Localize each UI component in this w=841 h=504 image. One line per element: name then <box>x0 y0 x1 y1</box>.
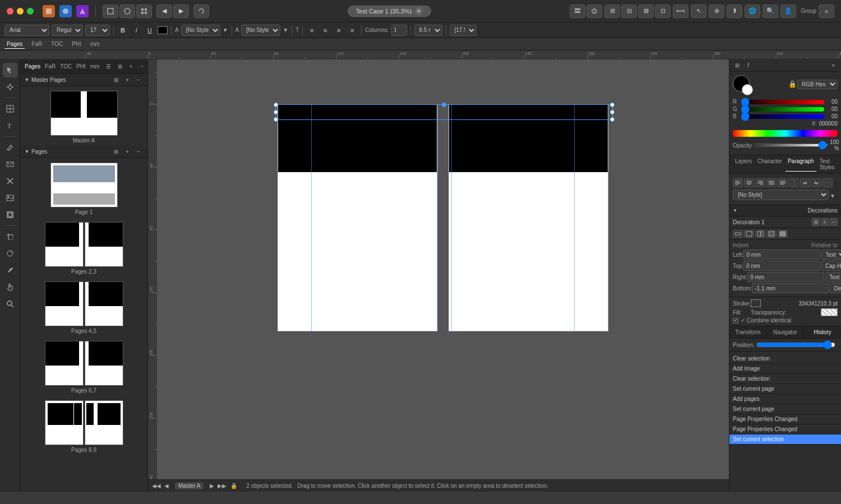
tab-pages[interactable]: Pages <box>4 40 25 49</box>
select-tool[interactable] <box>3 63 17 77</box>
image-tool[interactable] <box>3 191 17 205</box>
bottom-indent-input[interactable] <box>752 283 829 293</box>
align-center-para-btn[interactable] <box>744 178 754 187</box>
align-end-btn[interactable]: ⋯ <box>822 178 833 187</box>
deco-add-btn[interactable]: + <box>821 218 829 226</box>
edit-btn-3[interactable]: ⊠ <box>638 4 654 18</box>
underline-btn[interactable]: U <box>144 25 155 36</box>
align-justify3-para-btn[interactable]: ⋮ <box>789 178 799 187</box>
edit-btn-4[interactable]: ⊡ <box>655 4 671 18</box>
combine-check[interactable]: ✓ <box>733 318 738 323</box>
tab-pages-active[interactable]: Pages <box>25 63 40 70</box>
more-btn[interactable]: » <box>819 4 834 18</box>
pages23-thumbnail[interactable] <box>45 222 123 267</box>
align-justify2-para-btn[interactable] <box>778 178 788 187</box>
pages45-thumbnail[interactable] <box>45 281 123 326</box>
tab-toc[interactable]: TOC <box>49 40 65 48</box>
panel-icon-grid[interactable]: ⊞ <box>115 62 124 71</box>
history-item-6[interactable]: Page Properties Changed <box>729 414 841 424</box>
columns-input[interactable] <box>391 25 407 36</box>
deco-style-4[interactable] <box>766 230 777 238</box>
master-add-icon[interactable]: + <box>123 76 132 85</box>
tab-mm[interactable]: mm <box>88 40 102 48</box>
deco-style-1[interactable] <box>733 230 743 238</box>
deco-style-2[interactable] <box>744 230 754 238</box>
cross-tool[interactable] <box>3 174 17 188</box>
arrow-btn[interactable]: ↖ <box>691 4 706 18</box>
color-tool[interactable] <box>3 246 17 261</box>
nav-back-btn[interactable]: ◀ <box>156 4 172 18</box>
align-btn[interactable]: ⟺ <box>673 4 688 18</box>
crop-tool[interactable] <box>3 229 17 244</box>
align-left-para-btn[interactable] <box>733 178 743 187</box>
frame-tool[interactable] <box>3 207 17 222</box>
align-justify-para-btn[interactable] <box>766 178 777 187</box>
tab-phi[interactable]: PHI <box>70 40 84 48</box>
deco-settings-btn[interactable]: ⚙ <box>812 218 820 226</box>
text-tool[interactable]: T <box>3 118 17 133</box>
para-style-select[interactable]: [No Style] <box>181 25 220 36</box>
navigator-tab[interactable]: Navigator <box>767 326 805 338</box>
para-style-arrow[interactable]: ▼ <box>223 27 228 33</box>
color-lock-icon[interactable]: 🔒 <box>788 80 797 88</box>
master-a-thumbnail[interactable] <box>50 91 118 136</box>
master-pages-header[interactable]: ▼ Master Pages ⊞ + − <box>20 74 147 86</box>
history-item-2[interactable]: Clear selection <box>729 374 841 384</box>
position-slider[interactable] <box>756 340 835 349</box>
text-styles-tab[interactable]: Text Styles <box>817 157 838 172</box>
tool-btn-square[interactable] <box>103 4 118 18</box>
italic-btn[interactable]: I <box>131 25 142 36</box>
history-item-0[interactable]: Clear selection <box>729 354 841 364</box>
text-color-box[interactable] <box>158 26 168 34</box>
right-page[interactable] <box>449 104 608 331</box>
opacity-slider[interactable] <box>754 144 828 147</box>
tab-far-header[interactable]: FaR <box>45 63 56 70</box>
panel-icon-add[interactable]: + <box>127 62 136 71</box>
pages-add-icon[interactable]: + <box>123 147 132 156</box>
stroke-color-box[interactable] <box>751 299 761 307</box>
panel-font-icon[interactable]: f <box>744 61 753 70</box>
deco-style-5[interactable] <box>778 230 788 238</box>
minimize-button[interactable] <box>17 8 24 15</box>
tab-toc-header[interactable]: TOC <box>60 63 72 70</box>
r-slider[interactable] <box>741 100 824 104</box>
left-indent-input[interactable] <box>743 249 820 260</box>
character-tab[interactable]: Character <box>755 157 784 172</box>
align-justify-btn[interactable]: ≡ <box>346 25 358 36</box>
align-ltr-btn[interactable]: ⇆ <box>811 178 821 187</box>
tab-mm-header[interactable]: mm <box>90 63 100 70</box>
table-tool[interactable] <box>3 101 17 116</box>
font-family-select[interactable]: Arial <box>4 25 49 36</box>
color-mode-select[interactable]: RGB Hex <box>797 80 838 89</box>
share-btn[interactable]: ⬆ <box>727 4 742 18</box>
font-size-select[interactable]: 17 pt <box>85 25 110 36</box>
right-indent-rel[interactable]: Text <box>825 272 841 282</box>
pages-del-icon[interactable]: − <box>134 147 143 156</box>
pan-tool[interactable] <box>3 80 17 94</box>
pt-size-select[interactable]: [17.5 pt] <box>450 25 477 36</box>
prev-page-btn[interactable]: ◀◀ <box>153 482 160 490</box>
bold-btn[interactable]: B <box>117 25 128 36</box>
panel-icon-delete[interactable]: − <box>138 62 147 71</box>
align-right-btn[interactable]: ≡ <box>333 25 344 36</box>
top-indent-input[interactable] <box>743 261 820 271</box>
view-btn-2[interactable] <box>586 4 602 18</box>
history-item-4[interactable]: Add pages <box>729 394 841 404</box>
paragraph-tab[interactable]: Paragraph <box>785 157 816 172</box>
pages89-thumbnail[interactable] <box>45 400 123 445</box>
prev-btn[interactable]: ◀ <box>163 482 170 490</box>
top-indent-rel[interactable]: Cap Height <box>821 261 841 271</box>
tab-phi-header[interactable]: PHI <box>76 63 86 70</box>
align-left-btn[interactable]: ≡ <box>306 25 317 36</box>
search-btn[interactable]: 🔍 <box>763 4 778 18</box>
close-button[interactable] <box>7 8 13 15</box>
deco-style-3[interactable] <box>755 230 765 238</box>
char-style-select[interactable]: [No Style] <box>241 25 280 36</box>
b-slider[interactable] <box>741 114 824 119</box>
title-pill-close[interactable]: ✕ <box>415 7 423 15</box>
master-grid-icon[interactable]: ⊞ <box>112 76 121 85</box>
panel-collapse-icon[interactable]: ⊞ <box>733 61 742 70</box>
panel-icon-list[interactable]: ☰ <box>104 62 113 71</box>
style-arrow-btn[interactable]: ▼ <box>830 193 835 199</box>
history-item-5[interactable]: Set current page <box>729 404 841 414</box>
